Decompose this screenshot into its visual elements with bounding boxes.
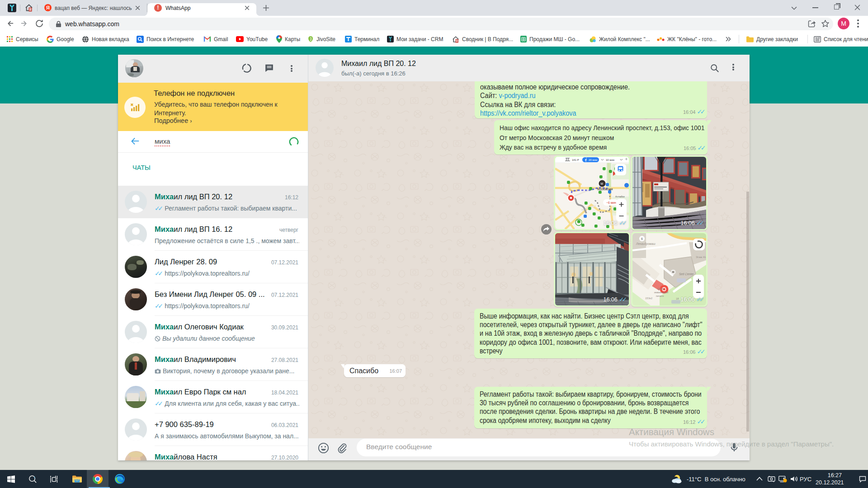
svg-text:18: 18 bbox=[676, 297, 679, 300]
svg-text:Алтайск: Алтайск bbox=[615, 195, 625, 198]
svg-text:М: М bbox=[601, 182, 603, 185]
svg-text:6: 6 bbox=[641, 237, 643, 240]
svg-text:Этаж 41: Этаж 41 bbox=[696, 256, 706, 258]
svg-text:~6 мин: ~6 мин bbox=[606, 201, 616, 204]
svg-text:Московская: Московская bbox=[597, 188, 613, 191]
svg-text:инженерной: инженерной bbox=[654, 291, 668, 294]
svg-text:печати: печати bbox=[656, 295, 664, 297]
svg-text:10 мин: 10 мин bbox=[606, 159, 614, 161]
svg-text:Setl Center: Setl Center bbox=[679, 272, 694, 276]
svg-text:141 Р: 141 Р bbox=[572, 159, 579, 161]
svg-text:Ленгидромаш: Ленгидромаш bbox=[636, 242, 656, 246]
svg-text:Центр: Центр bbox=[657, 287, 665, 290]
svg-text:153к2: 153к2 bbox=[645, 297, 653, 300]
svg-text:20 мин: 20 мин bbox=[589, 159, 597, 161]
